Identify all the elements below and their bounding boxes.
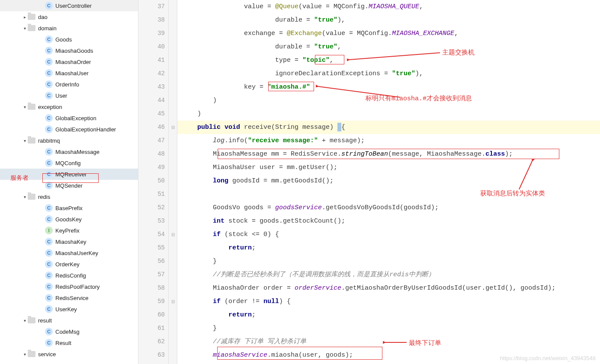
line-number: 49 [138, 161, 165, 174]
tree-file-baseprefix[interactable]: CBasePrefix [0, 202, 138, 214]
tree-file-globalexceptionhandler[interactable]: CGlobalExceptionHandler [0, 124, 138, 135]
tree-file-result[interactable]: CResult [0, 337, 138, 348]
tree-item-label: UserKey [55, 306, 77, 313]
fold-marker[interactable] [169, 241, 177, 255]
tree-item-label: MiaoshaOrder [55, 59, 91, 65]
fold-marker[interactable] [169, 161, 177, 174]
fold-marker[interactable] [169, 188, 177, 201]
tree-file-miaoshagoods[interactable]: CMiaoshaGoods [0, 45, 138, 56]
fold-marker[interactable] [169, 27, 177, 40]
tree-item-label: RedisConfig [55, 272, 86, 279]
code-line[interactable]: log.info("receive message:" + message); [177, 134, 600, 147]
tree-file-keyprefix[interactable]: IKeyPrefix [0, 225, 138, 236]
fold-marker[interactable] [169, 13, 177, 27]
fold-marker[interactable] [169, 201, 177, 214]
line-number: 51 [138, 188, 165, 201]
fold-marker[interactable] [169, 134, 177, 147]
code-line[interactable]: if (order != null) { [177, 295, 600, 308]
fold-marker[interactable]: ⊟ [169, 295, 177, 308]
tree-folder-rabbitmq[interactable]: ▾rabbitmq [0, 135, 138, 146]
tree-file-usercontroller[interactable]: CUserController [0, 0, 138, 11]
tree-file-redisservice[interactable]: CRedisService [0, 292, 138, 303]
tree-file-userkey[interactable]: CUserKey [0, 303, 138, 315]
code-line[interactable]: ) [177, 107, 600, 121]
tree-item-label: dao [38, 14, 48, 20]
fold-marker[interactable] [169, 174, 177, 188]
code-line[interactable]: GoodsVo goods = goodsService.getGoodsVoB… [177, 201, 600, 214]
fold-marker[interactable] [169, 348, 177, 362]
code-line[interactable]: ignoreDeclarationExceptions = "true"), [177, 67, 600, 80]
class-icon: C [45, 125, 53, 133]
code-line[interactable]: MiaoshaOrder order = orderService.getMia… [177, 281, 600, 295]
fold-marker[interactable] [169, 214, 177, 228]
fold-marker[interactable] [169, 268, 177, 281]
fold-marker[interactable] [169, 94, 177, 107]
tree-file-orderkey[interactable]: COrderKey [0, 259, 138, 270]
tree-folder-result[interactable]: ▾result [0, 315, 138, 326]
fold-marker[interactable] [169, 147, 177, 161]
tree-item-label: RedisPoolFactory [55, 284, 100, 290]
class-icon: C [45, 215, 53, 223]
line-number: 44 [138, 94, 165, 107]
fold-marker[interactable] [169, 255, 177, 268]
tree-file-mqconfig[interactable]: CMQConfig [0, 157, 138, 169]
code-line[interactable]: } [177, 322, 600, 335]
tree-folder-dao[interactable]: ▸dao [0, 11, 138, 22]
code-line[interactable]: if (stock <= 0) { [177, 228, 600, 241]
tree-item-label: redis [38, 194, 50, 200]
line-number: 60 [138, 308, 165, 322]
code-line[interactable]: return; [177, 308, 600, 322]
tree-item-label: MQConfig [55, 160, 81, 166]
fold-marker[interactable]: ⊟ [169, 121, 177, 134]
fold-marker[interactable] [169, 107, 177, 121]
svg-line-5 [519, 161, 532, 189]
fold-marker[interactable] [169, 54, 177, 67]
watermark-text: https://blog.csdn.net/weixin_43943548 [500, 355, 596, 361]
class-icon: C [45, 159, 53, 167]
tree-folder-redis[interactable]: ▾redis [0, 191, 138, 202]
line-number: 52 [138, 201, 165, 214]
tree-file-user[interactable]: CUser [0, 90, 138, 101]
code-line[interactable]: int stock = goods.getStockCount(); [177, 214, 600, 228]
code-area[interactable]: value = @Queue(value = MQConfig.MIAOSHA_… [177, 0, 600, 364]
tree-file-miaoshauser[interactable]: CMiaoshaUser [0, 67, 138, 79]
fold-marker[interactable] [169, 335, 177, 348]
tree-folder-domain[interactable]: ▾domain [0, 22, 138, 34]
code-line[interactable]: exchange = @Exchange(value = MQConfig.MI… [177, 27, 600, 40]
tree-file-goodskey[interactable]: CGoodsKey [0, 214, 138, 225]
line-number: 38 [138, 13, 165, 27]
tree-file-codemsg[interactable]: CCodeMsg [0, 326, 138, 337]
code-line[interactable]: //判断是否已经秒杀到了（不是调用数据库的线，而是直接从redis中判断） [177, 268, 600, 281]
code-line[interactable]: return; [177, 241, 600, 255]
fold-gutter[interactable]: ⊟⊟⊟ [169, 0, 177, 364]
fold-marker[interactable] [169, 281, 177, 295]
fold-marker[interactable] [169, 308, 177, 322]
tree-file-orderinfo[interactable]: COrderInfo [0, 79, 138, 90]
arrow-entity [506, 159, 541, 192]
fold-marker[interactable]: ⊟ [169, 228, 177, 241]
tree-file-redisconfig[interactable]: CRedisConfig [0, 270, 138, 281]
fold-marker[interactable] [169, 322, 177, 335]
fold-marker[interactable] [169, 80, 177, 94]
tree-file-miaoshamessage[interactable]: CMiaoshaMessage [0, 146, 138, 157]
code-line[interactable]: durable = "true"), [177, 13, 600, 27]
tree-file-goods[interactable]: CGoods [0, 34, 138, 45]
tree-file-miaoshaorder[interactable]: CMiaoshaOrder [0, 56, 138, 67]
fold-marker[interactable] [169, 0, 177, 13]
class-icon: C [45, 238, 53, 246]
code-line[interactable]: public void receive(String message) { [177, 121, 600, 134]
fold-marker[interactable] [169, 67, 177, 80]
code-line[interactable]: } [177, 255, 600, 268]
fold-marker[interactable] [169, 40, 177, 54]
tree-file-miaoshauserkey[interactable]: CMiaoshaUserKey [0, 247, 138, 259]
chevron-icon: ▾ [22, 195, 28, 199]
tree-file-redispoolfactory[interactable]: CRedisPoolFactory [0, 281, 138, 292]
tree-folder-service[interactable]: ▾service [0, 348, 138, 360]
project-tree-sidebar[interactable]: CUserController▸dao▾domainCGoodsCMiaosha… [0, 0, 138, 364]
tree-file-miaoshakey[interactable]: CMiaoshaKey [0, 236, 138, 247]
code-line[interactable]: value = @Queue(value = MQConfig.MIAOSHA_… [177, 0, 600, 13]
tree-file-globalexception[interactable]: CGlobalException [0, 112, 138, 124]
tree-folder-exception[interactable]: ▾exception [0, 101, 138, 112]
code-editor[interactable]: 3738394041424344454647484950515253545556… [138, 0, 600, 364]
tree-item-label: GlobalException [55, 115, 96, 121]
